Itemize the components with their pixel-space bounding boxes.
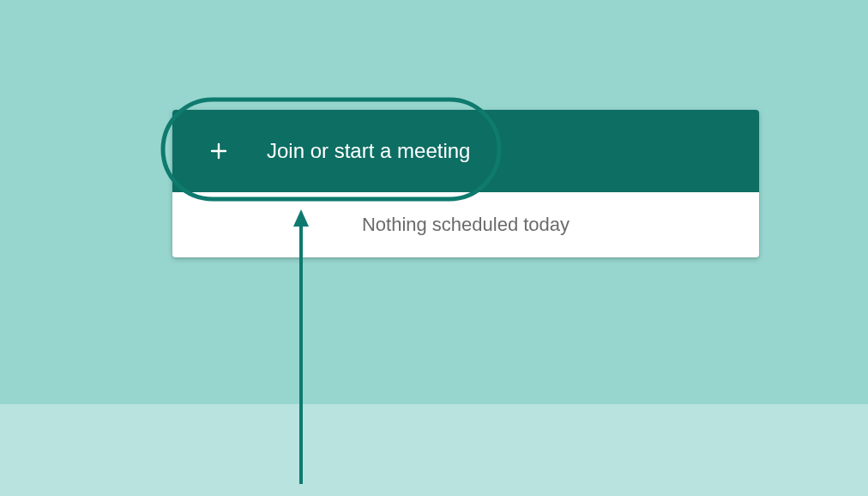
background-lower: [0, 404, 868, 496]
schedule-text: Nothing scheduled today: [362, 214, 570, 236]
schedule-status: Nothing scheduled today: [172, 192, 759, 257]
join-button-label: Join or start a meeting: [267, 139, 470, 163]
plus-icon: [207, 139, 231, 163]
meeting-card: Join or start a meeting Nothing schedule…: [172, 110, 759, 257]
join-start-meeting-button[interactable]: Join or start a meeting: [172, 110, 759, 192]
